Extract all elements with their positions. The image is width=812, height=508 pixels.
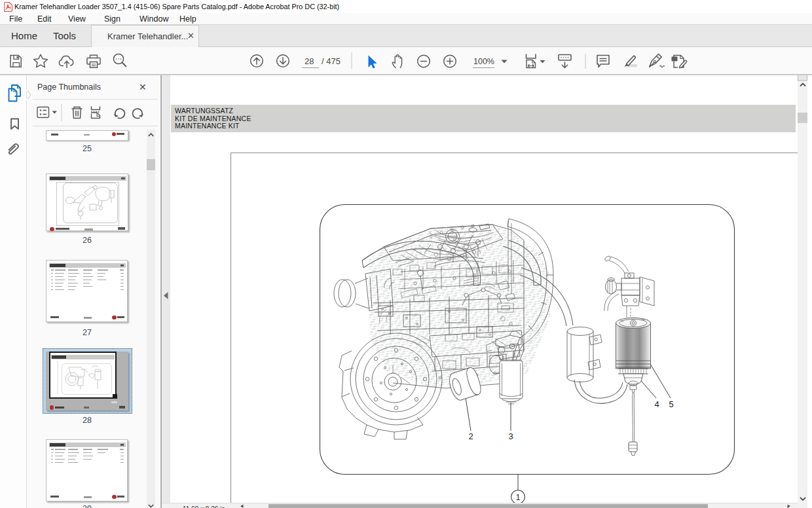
svg-text:28: 28	[304, 56, 314, 66]
svg-text:/ 475: / 475	[322, 56, 341, 66]
svg-text:100%: 100%	[473, 57, 494, 66]
